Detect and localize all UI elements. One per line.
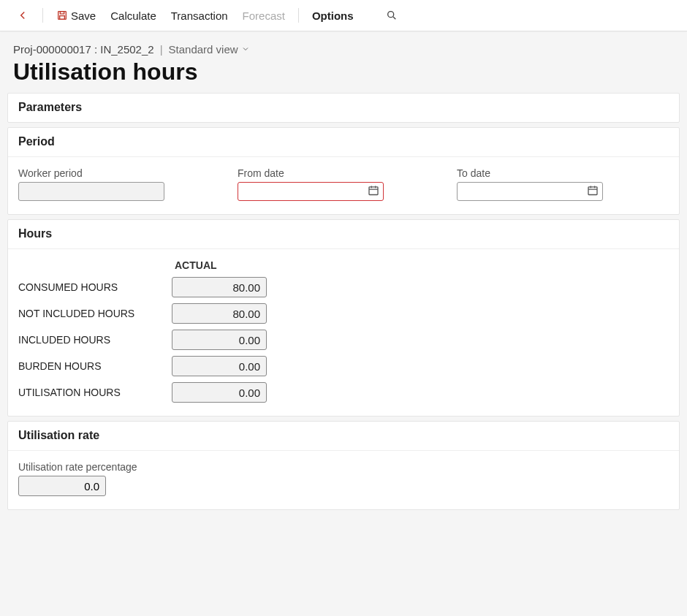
- save-label: Save: [71, 9, 96, 22]
- from-date-label: From date: [238, 167, 384, 179]
- forecast-button: Forecast: [237, 7, 291, 25]
- svg-point-3: [387, 12, 393, 18]
- to-date-field: To date: [457, 167, 603, 201]
- utilisation-rate-header[interactable]: Utilisation rate: [8, 422, 679, 450]
- options-button[interactable]: Options: [306, 7, 360, 25]
- svg-rect-1: [60, 12, 64, 14]
- back-button[interactable]: [10, 6, 35, 25]
- svg-line-4: [393, 17, 395, 19]
- svg-rect-2: [60, 16, 65, 20]
- worker-period-input[interactable]: [18, 182, 164, 201]
- not-included-hours-input[interactable]: [172, 303, 267, 324]
- page-header: Proj-000000017 : IN_2502_2 | Standard vi…: [0, 31, 687, 93]
- arrow-left-icon: [16, 9, 29, 22]
- consumed-hours-input[interactable]: [172, 277, 267, 297]
- page-title: Utilisation hours: [13, 58, 674, 85]
- hours-header[interactable]: Hours: [8, 220, 679, 248]
- actual-column-header: ACTUAL: [172, 259, 274, 271]
- rate-percentage-label: Utilisation rate percentage: [18, 461, 669, 473]
- to-date-input[interactable]: [457, 182, 603, 201]
- hours-row-label: INCLUDED HOURS: [18, 334, 172, 346]
- parameters-section: Parameters: [7, 93, 680, 123]
- included-hours-input[interactable]: [172, 330, 267, 350]
- hours-row-label: BURDEN HOURS: [18, 360, 172, 372]
- search-button[interactable]: [380, 7, 403, 24]
- to-date-label: To date: [457, 167, 603, 179]
- separator: [42, 8, 43, 23]
- hours-row-label: UTILISATION HOURS: [18, 387, 172, 398]
- calculate-button[interactable]: Calculate: [105, 7, 162, 25]
- worker-period-field: Worker period: [18, 167, 164, 201]
- save-button[interactable]: Save: [50, 7, 102, 25]
- period-header[interactable]: Period: [8, 128, 679, 156]
- from-date-input[interactable]: [238, 182, 384, 201]
- hours-section: Hours ACTUAL CONSUMED HOURS NOT INCLUDED…: [7, 219, 680, 417]
- options-label: Options: [312, 9, 354, 22]
- calculate-label: Calculate: [110, 9, 156, 22]
- hours-row-label: NOT INCLUDED HOURS: [18, 308, 172, 319]
- separator: [298, 8, 299, 23]
- toolbar: Save Calculate Transaction Forecast Opti…: [0, 0, 687, 31]
- transaction-label: Transaction: [171, 9, 228, 22]
- rate-percentage-field: Utilisation rate percentage: [18, 461, 669, 496]
- search-icon: [386, 9, 398, 21]
- parameters-header[interactable]: Parameters: [8, 94, 679, 122]
- breadcrumb-sep: |: [160, 43, 163, 56]
- breadcrumb-project: Proj-000000017 : IN_2502_2: [13, 43, 154, 56]
- save-icon: [56, 9, 68, 21]
- chevron-down-icon: [241, 43, 250, 56]
- forecast-label: Forecast: [243, 9, 285, 22]
- transaction-button[interactable]: Transaction: [165, 7, 234, 25]
- view-selector[interactable]: Standard view: [169, 43, 250, 56]
- rate-percentage-input[interactable]: [18, 476, 106, 496]
- utilisation-hours-input[interactable]: [172, 382, 267, 403]
- hours-table: ACTUAL CONSUMED HOURS NOT INCLUDED HOURS…: [18, 259, 669, 403]
- utilisation-rate-section: Utilisation rate Utilisation rate percen…: [7, 421, 680, 510]
- hours-row-label: CONSUMED HOURS: [18, 281, 172, 293]
- from-date-field: From date: [238, 167, 384, 201]
- worker-period-label: Worker period: [18, 167, 164, 179]
- breadcrumb: Proj-000000017 : IN_2502_2 | Standard vi…: [13, 43, 674, 56]
- period-section: Period Worker period From date: [7, 127, 680, 215]
- burden-hours-input[interactable]: [172, 356, 267, 376]
- view-label: Standard view: [169, 43, 238, 56]
